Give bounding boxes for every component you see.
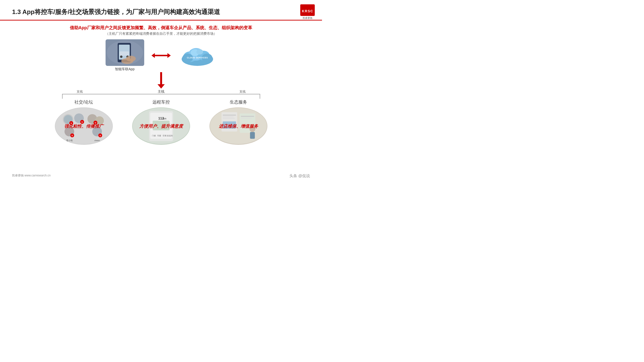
footer-left: 凯睿赛驰 www.carresearch.cn xyxy=(12,174,50,179)
logo-box: K R S C xyxy=(300,4,315,16)
svg-text:车窗: 车窗 xyxy=(157,135,161,137)
page-title: 1.3 App将控车/服务/社交场景强力链接，为厂家与用户间构建高效沟通渠道 xyxy=(12,8,220,16)
svg-text:V: V xyxy=(81,121,82,123)
col-title-social: 社交/论坛 xyxy=(74,99,93,105)
diagram-area: 智能车联App xyxy=(12,39,310,145)
left-drop-line xyxy=(62,94,62,99)
svg-text:空调: 空调 xyxy=(162,135,166,137)
svg-marker-13 xyxy=(152,53,171,58)
svg-text:梁小熊: 梁小熊 xyxy=(66,139,72,142)
svg-text:xiwen: xiwen xyxy=(94,139,100,142)
svg-rect-23 xyxy=(160,72,162,84)
vertical-arrow-section: 主线 xyxy=(158,70,165,94)
footer-right: 头条 @侃说 xyxy=(290,174,310,179)
svg-rect-60 xyxy=(223,118,235,119)
svg-point-12 xyxy=(121,58,133,64)
svg-text:发送到: 发送到 xyxy=(167,135,173,137)
oval-social: V V V V V 梁小熊 xiwen 强化粘性、传播推广 xyxy=(55,107,113,145)
subtitle-area: 借助App厂家和用户之间反馈更加频繁、高效，倒逼车企从产品、系统、生态、组织架构… xyxy=(12,23,310,37)
col-social: 社交/论坛 V xyxy=(45,99,122,145)
logo-area: K R S C 凯睿赛驰 xyxy=(300,4,315,20)
subtitle-sub: （主机厂只有紧紧把终端消费者握在自己手里，才能更好的把握消费市场） xyxy=(12,32,310,36)
svg-text:S: S xyxy=(308,9,310,13)
svg-text:K: K xyxy=(302,9,304,13)
svg-text:V: V xyxy=(99,134,101,137)
svg-point-9 xyxy=(120,55,122,58)
oval-remote: 112 km 门锁 车窗 空调 发送到 方便用户、提升满意度 xyxy=(132,107,190,145)
subtitle-main: 借助App厂家和用户之间反馈更加频繁、高效，倒逼车企从产品、系统、生态、组织架构… xyxy=(12,25,310,31)
col-eco: 生态服务 xyxy=(200,99,277,145)
svg-rect-59 xyxy=(223,117,234,117)
h-double-arrow xyxy=(152,52,171,59)
svg-text:C: C xyxy=(310,9,313,13)
branch-right-label: 支线 xyxy=(240,89,246,94)
col-title-remote: 远程车控 xyxy=(152,99,170,105)
svg-rect-61 xyxy=(241,116,254,117)
col-label-remote: 方便用户、提升满意度 xyxy=(136,123,186,129)
svg-text:R: R xyxy=(305,9,307,13)
app-image xyxy=(106,39,144,66)
svg-rect-62 xyxy=(241,118,252,118)
svg-marker-24 xyxy=(158,84,165,89)
red-v-arrow-down xyxy=(158,70,165,89)
svg-text:门锁: 门锁 xyxy=(152,135,156,137)
main-content: 借助App厂家和用户之间反馈更加频繁、高效，倒逼车企从产品、系统、生态、组织架构… xyxy=(0,23,322,145)
svg-rect-58 xyxy=(223,115,236,116)
branch-left-label: 支线 xyxy=(76,89,83,94)
right-drop-line xyxy=(260,94,260,99)
col-title-eco: 生态服务 xyxy=(230,99,247,105)
svg-rect-8 xyxy=(120,51,129,56)
top-row: 智能车联App xyxy=(106,39,217,71)
columns-row: 社交/论坛 V xyxy=(12,99,310,145)
logo-text: 凯睿赛驰 xyxy=(303,16,312,20)
app-label: 智能车联App xyxy=(115,67,134,71)
svg-rect-64 xyxy=(250,132,255,139)
svg-text:V: V xyxy=(71,134,73,137)
svg-point-21 xyxy=(196,49,203,54)
col-remote: 远程车控 112 km 门锁 车窗 xyxy=(122,99,200,145)
app-box: 智能车联App xyxy=(106,39,144,71)
col-label-eco: 进店维保、增值服务 xyxy=(215,123,262,129)
footer: 凯睿赛驰 www.carresearch.cn 头条 @侃说 xyxy=(0,174,322,179)
col-label-social: 强化粘性、传播推广 xyxy=(61,123,107,129)
main-line-label: 主线 xyxy=(158,89,164,94)
cloud-box: CLOUD SERVICES xyxy=(178,42,217,69)
header: 1.3 App将控车/服务/社交场景强力链接，为厂家与用户间构建高效沟通渠道 K… xyxy=(0,0,322,20)
svg-text:CLOUD SERVICES: CLOUD SERVICES xyxy=(187,56,208,59)
connector-section: 支线 支线 xyxy=(62,94,260,94)
cloud-shape: CLOUD SERVICES xyxy=(178,42,217,69)
h-connector-line xyxy=(62,94,260,94)
svg-text:km: km xyxy=(163,117,166,120)
oval-eco: 服务项目 进店维保、增值服务 xyxy=(210,107,268,145)
